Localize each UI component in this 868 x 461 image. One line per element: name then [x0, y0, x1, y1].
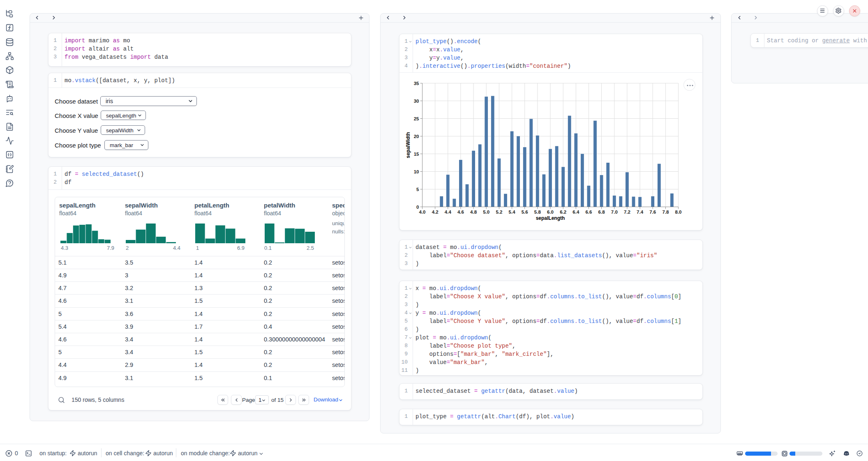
- svg-text:4.6: 4.6: [457, 210, 464, 214]
- svg-text:6.2: 6.2: [560, 210, 566, 214]
- svg-text:4.8: 4.8: [470, 210, 477, 214]
- svg-text:10: 10: [414, 169, 419, 174]
- svg-text:25: 25: [414, 116, 419, 121]
- svg-text:7.0: 7.0: [611, 210, 618, 214]
- svg-text:4.2: 4.2: [432, 210, 439, 214]
- svg-text:20: 20: [414, 134, 419, 139]
- svg-text:5: 5: [416, 187, 419, 192]
- svg-text:8.0: 8.0: [675, 210, 682, 214]
- svg-text:6.8: 6.8: [598, 210, 605, 214]
- svg-text:35: 35: [414, 81, 419, 86]
- svg-text:6.4: 6.4: [573, 210, 579, 214]
- svg-text:sepalLength: sepalLength: [536, 215, 565, 221]
- svg-text:sepalWidth: sepalWidth: [405, 132, 411, 158]
- svg-text:5.0: 5.0: [483, 210, 489, 214]
- svg-text:0: 0: [416, 205, 419, 210]
- svg-text:30: 30: [414, 99, 419, 104]
- svg-text:4.4: 4.4: [445, 210, 452, 214]
- svg-text:5.6: 5.6: [522, 210, 528, 214]
- svg-text:5.2: 5.2: [496, 210, 502, 214]
- svg-text:5.4: 5.4: [509, 210, 516, 214]
- svg-text:7.2: 7.2: [624, 210, 630, 214]
- svg-text:7.6: 7.6: [649, 210, 656, 214]
- svg-text:15: 15: [414, 152, 419, 157]
- svg-text:7.8: 7.8: [662, 210, 669, 214]
- svg-text:6.0: 6.0: [547, 210, 554, 214]
- svg-text:6.6: 6.6: [585, 210, 592, 214]
- svg-text:4.0: 4.0: [419, 210, 426, 214]
- svg-text:7.4: 7.4: [637, 210, 644, 214]
- svg-text:5.8: 5.8: [534, 210, 541, 214]
